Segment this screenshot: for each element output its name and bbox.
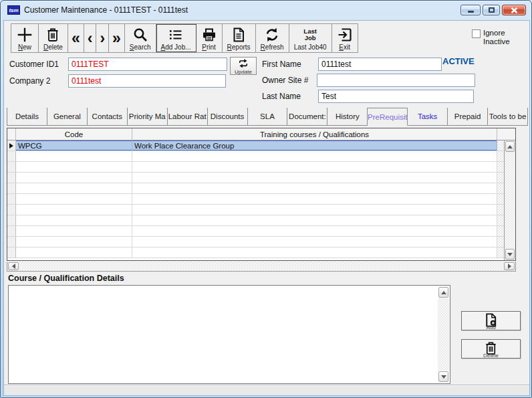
status-bar [4,385,529,395]
list-icon [168,25,184,43]
add-course-button[interactable]: Add [461,311,521,330]
last-name-input[interactable] [318,90,474,103]
scroll-left-icon [12,264,15,269]
status-badge: ACTIVE [442,56,475,66]
toolbar-previous-record-button[interactable]: ‹ [84,24,97,52]
code-cell: WPCG [16,140,132,151]
chevron-left-icon: ‹ [88,29,93,47]
grid-body: WPCGWork Place Clearance Group [7,140,504,260]
tab-labour-rat[interactable]: Labour Rat [168,108,208,125]
exit-icon [337,25,353,43]
tab-prerequisit[interactable]: PreRequisit [368,108,408,126]
table-row-empty[interactable] [7,183,504,194]
toolbar-button-group: NewDelete«‹›»SearchAdd Job...PrintReport… [11,23,358,53]
last-job-icon: LastJob [303,25,317,43]
grid-vertical-scrollbar[interactable] [504,140,515,260]
update-button[interactable]: Update [230,57,257,75]
table-row-empty[interactable] [7,205,504,215]
table-row[interactable]: WPCGWork Place Clearance Group [7,140,504,151]
magnifier-icon [132,25,148,43]
tab-strip: DetailsGeneralContactsPriority MaLabour … [7,108,528,126]
scroll-right-icon [508,264,511,269]
ignore-inactive-control: Ignore Inactive [472,29,521,46]
tab-details[interactable]: Details [7,108,47,125]
toolbar-reports-button[interactable]: Reports [223,24,256,52]
last-name-label: Last Name [262,92,301,101]
plus-icon [16,25,33,43]
row-selector-cell [7,140,16,151]
tab-tasks[interactable]: Tasks [408,108,448,125]
toolbar-search-button[interactable]: Search [125,24,156,52]
delete-course-button[interactable]: Delete [461,339,521,359]
window-title: Customer Maintenance - 0111TEST - 0111te… [24,5,460,15]
tab-sla[interactable]: SLA [248,108,288,125]
table-row-empty[interactable] [7,215,504,226]
toolbar-refresh-button[interactable]: Refresh [256,24,289,52]
tab-contacts[interactable]: Contacts [88,108,128,125]
tab-priority-ma[interactable]: Priority Ma [128,108,168,125]
toolbar-new-button[interactable]: New [11,24,39,52]
toolbar-add-job-button[interactable]: Add Job... [156,24,196,52]
qualifications-column-header[interactable]: Training courses / Qualifications [132,128,497,140]
table-row-empty[interactable] [7,247,504,258]
tab-prepaid[interactable]: Prepaid [448,108,488,125]
ignore-inactive-checkbox[interactable] [472,29,481,38]
delete-course-label: Delete [483,354,499,358]
trash-icon [45,25,61,43]
scroll-down-button[interactable] [505,249,515,260]
chevron-right-icon: › [100,29,105,47]
table-row-empty[interactable] [7,151,504,162]
close-button[interactable] [502,5,526,15]
table-row-empty[interactable] [7,173,504,183]
printer-icon [201,25,217,43]
first-name-input[interactable] [318,58,442,71]
company2-input[interactable] [68,74,226,88]
titlebar[interactable]: tsm Customer Maintenance - 0111TEST - 01… [1,1,531,19]
refresh-icon [264,25,280,43]
qualification-cell: Work Place Clearance Group [132,140,497,151]
company2-label: Company 2 [9,76,50,86]
toolbar-exit-button[interactable]: Exit [332,24,358,52]
toolbar-print-button[interactable]: Print [196,24,223,52]
customer-id-input[interactable] [68,58,227,71]
tab-tools-to-be[interactable]: Tools to be [488,108,528,125]
scroll-right-button[interactable] [504,262,515,270]
customer-id-label: Customer ID1 [9,60,59,69]
customer-maintenance-window: tsm Customer Maintenance - 0111TEST - 01… [0,0,532,398]
tab-document[interactable]: Document: [287,108,327,125]
tsm-app-icon: tsm [7,5,20,15]
grid-horizontal-scrollbar[interactable] [7,262,516,272]
course-details-label: Course / Qualification Details [8,274,124,283]
minimize-button[interactable] [460,5,481,15]
toolbar-delete-button[interactable]: Delete [39,24,68,52]
details-vertical-scrollbar[interactable] [438,286,449,383]
scroll-up-icon [507,145,513,148]
table-row-empty[interactable] [7,194,504,205]
ignore-inactive-label: Ignore Inactive [483,29,521,46]
table-row-empty[interactable] [7,226,504,237]
tab-general[interactable]: General [47,108,88,125]
scroll-left-button[interactable] [8,262,19,270]
tab-discounts[interactable]: Discounts [208,108,248,125]
toolbar-last-job40-button[interactable]: LastJobLast Job40 [289,24,332,52]
double-chevron-left-icon: « [72,29,80,47]
table-row-empty[interactable] [7,162,504,173]
client-area: NewDelete«‹›»SearchAdd Job...PrintReport… [3,20,530,396]
details-scroll-down-button[interactable] [438,371,448,382]
tab-history[interactable]: History [327,108,368,125]
code-column-header[interactable]: Code [16,128,132,140]
maximize-icon [489,7,495,13]
maximize-button[interactable] [483,5,500,15]
table-row-empty[interactable] [7,237,504,247]
owner-site-input[interactable] [317,74,475,87]
toolbar-last-record-button[interactable]: » [109,24,125,52]
minimize-icon [468,11,474,13]
toolbar-first-record-button[interactable]: « [68,24,84,52]
toolbar-next-record-button[interactable]: › [96,24,109,52]
first-name-label: First Name [262,60,301,69]
scroll-up-button[interactable] [505,141,515,152]
scroll-up-icon [441,291,446,294]
scroll-down-icon [507,253,513,256]
course-details-textarea[interactable] [8,285,450,384]
details-scroll-up-button[interactable] [438,287,448,298]
